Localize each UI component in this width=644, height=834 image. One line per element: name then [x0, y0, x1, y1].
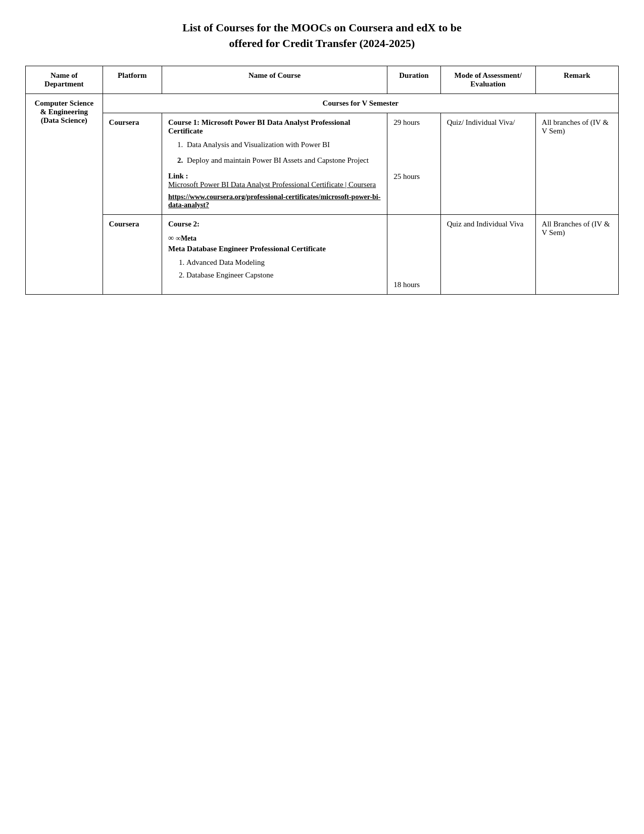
header-dept: Name of Department	[26, 66, 103, 94]
semester-header-row: Computer Science & Engineering (Data Sci…	[26, 94, 619, 113]
header-duration: Duration	[387, 66, 441, 94]
course-title-1: Course 1: Microsoft Power BI Data Analys…	[168, 118, 381, 135]
mode-cell-2: Quiz and Individual Viva	[440, 214, 535, 294]
page-title: List of Courses for the MOOCs on Courser…	[25, 20, 619, 52]
remark-cell-1: All branches of (IV & V Sem)	[535, 113, 618, 214]
course-item-2-2: Database Engineer Capstone	[186, 271, 381, 280]
course-link-text: Microsoft Power BI Data Analyst Professi…	[168, 180, 376, 189]
meta-subtitle: Meta Database Engineer Professional Cert…	[168, 245, 381, 253]
course-row-1: Coursera Course 1: Microsoft Power BI Da…	[26, 113, 619, 214]
course-cell-2: Course 2: ∞ ∞Meta Meta Database Engineer…	[162, 214, 387, 294]
course-list-2: Advanced Data Modeling Database Engineer…	[177, 258, 381, 280]
course-item-1-2: 2. Deploy and maintain Power BI Assets a…	[177, 156, 381, 165]
remark-cell-2: All Branches of (IV & V Sem)	[535, 214, 618, 294]
dept-cell: Computer Science & Engineering (Data Sci…	[26, 94, 103, 294]
mode-cell-1: Quiz/ Individual Viva/	[440, 113, 535, 214]
platform-cell-1: Coursera	[103, 113, 162, 214]
course-url[interactable]: https://www.coursera.org/professional-ce…	[168, 193, 381, 209]
header-course: Name of Course	[162, 66, 387, 94]
course-item-1-1: 1. Data Analysis and Visualization with …	[177, 141, 381, 149]
header-mode: Mode of Assessment/ Evaluation	[440, 66, 535, 94]
course-title-2: Course 2:	[168, 220, 381, 228]
header-remark: Remark	[535, 66, 618, 94]
courses-table: Name of Department Platform Name of Cour…	[25, 66, 619, 295]
course-list-1: 1. Data Analysis and Visualization with …	[177, 141, 381, 165]
semester-header-cell: Courses for V Semester	[103, 94, 618, 113]
header-platform: Platform	[103, 66, 162, 94]
duration-cell-1: 29 hours 25 hours	[387, 113, 441, 214]
course-item-2-1: Advanced Data Modeling	[186, 258, 381, 267]
course-row-2: Coursera Course 2: ∞ ∞Meta Meta Database…	[26, 214, 619, 294]
duration-cell-2: 18 hours	[387, 214, 441, 294]
meta-logo: ∞ ∞Meta	[168, 234, 381, 243]
platform-cell-2: Coursera	[103, 214, 162, 294]
course-cell-1: Course 1: Microsoft Power BI Data Analys…	[162, 113, 387, 214]
course-link-section: Link : Microsoft Power BI Data Analyst P…	[168, 172, 381, 189]
